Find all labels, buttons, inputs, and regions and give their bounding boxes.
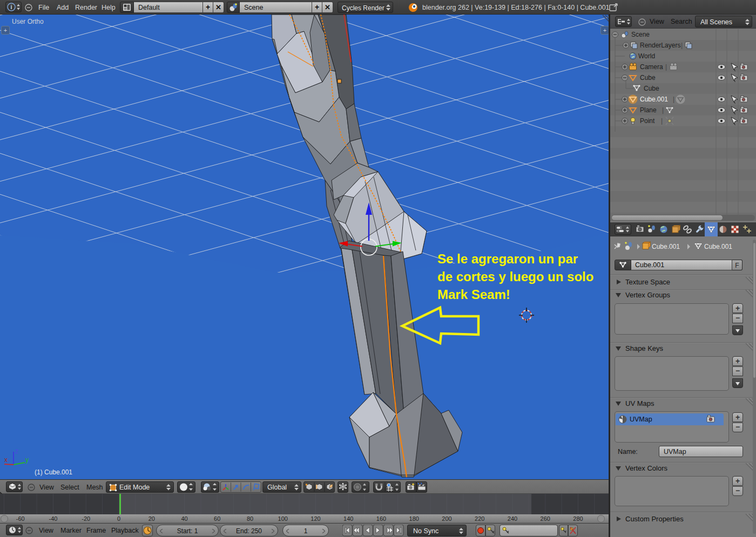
svg-text:200: 200 <box>442 515 451 522</box>
svg-text:-60: -60 <box>16 515 25 522</box>
svg-text:60: 60 <box>214 515 220 522</box>
svg-text:x: x <box>4 456 8 464</box>
svg-text:140: 140 <box>343 515 353 522</box>
svg-text:80: 80 <box>247 515 253 522</box>
svg-text:|: | <box>665 63 667 71</box>
svg-text:280: 280 <box>573 515 583 522</box>
svg-text:260: 260 <box>541 515 550 522</box>
svg-text:Cube: Cube <box>644 85 659 92</box>
svg-text:Cube.001: Cube.001 <box>640 96 668 103</box>
svg-text:i: i <box>11 4 12 10</box>
svg-text:0: 0 <box>117 515 120 522</box>
svg-text:100: 100 <box>278 515 288 522</box>
svg-text:Cube: Cube <box>640 74 656 81</box>
svg-text:RenderLayers: RenderLayers <box>640 42 680 49</box>
svg-text:180: 180 <box>409 515 419 522</box>
svg-text:y: y <box>25 456 29 464</box>
svg-text:Scene: Scene <box>631 31 650 38</box>
svg-text:|: | <box>661 117 663 125</box>
svg-text:160: 160 <box>376 515 386 522</box>
svg-text:UVMap: UVMap <box>630 416 652 423</box>
svg-text:Cube.001: Cube.001 <box>704 243 732 250</box>
svg-text:|: | <box>662 106 664 114</box>
svg-text:|: | <box>673 96 674 103</box>
svg-text:20: 20 <box>148 515 155 522</box>
svg-text:-40: -40 <box>49 515 58 522</box>
svg-text:Point: Point <box>640 117 655 125</box>
svg-text:Camera: Camera <box>640 63 663 71</box>
svg-text:|: | <box>681 42 683 49</box>
svg-text:z: z <box>15 447 18 455</box>
svg-text:240: 240 <box>508 515 517 522</box>
svg-text:World: World <box>638 52 655 60</box>
svg-text:Cube.001: Cube.001 <box>652 243 680 250</box>
svg-text:40: 40 <box>181 515 187 522</box>
svg-text:120: 120 <box>310 515 320 522</box>
svg-text:-20: -20 <box>82 515 90 522</box>
svg-text:Plane: Plane <box>640 106 657 114</box>
svg-text:220: 220 <box>475 515 484 522</box>
